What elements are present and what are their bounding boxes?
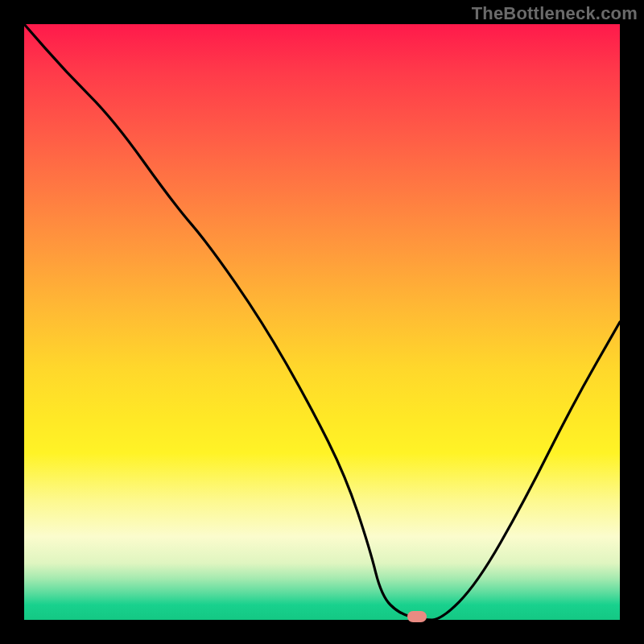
plot-area <box>24 24 620 620</box>
chart-frame: TheBottleneck.com <box>0 0 644 644</box>
optimal-marker <box>407 611 427 622</box>
watermark-text: TheBottleneck.com <box>472 3 638 24</box>
bottleneck-curve <box>24 24 620 620</box>
